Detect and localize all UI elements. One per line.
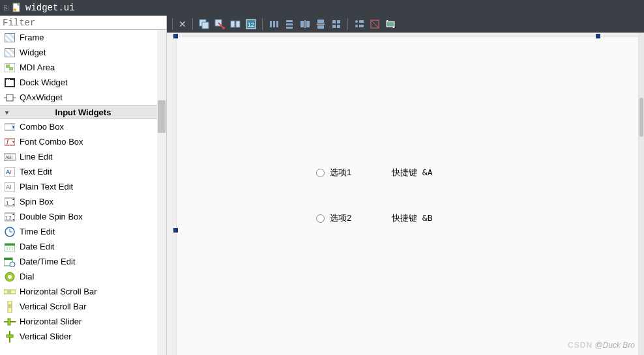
- edit-buddies-icon[interactable]: [228, 17, 242, 31]
- widget-list: Frame Widget MDI Area Dock Widget QAxWid…: [0, 30, 166, 355]
- widget-item-v-scrollbar[interactable]: Vertical Scroll Bar: [0, 299, 166, 314]
- h-slider-icon: [4, 317, 16, 327]
- edit-tab-order-icon[interactable]: 12: [244, 17, 258, 31]
- widget-item-line-edit[interactable]: ABILine Edit: [0, 149, 166, 164]
- radio-button-1[interactable]: 选项1: [316, 167, 351, 178]
- widget-item-date-time-edit[interactable]: Date/Time Edit: [0, 254, 166, 269]
- svg-rect-53: [236, 21, 240, 27]
- chevron-down-icon: ▾: [0, 109, 13, 116]
- layout-v-splitter-icon[interactable]: [314, 17, 328, 31]
- layout-form-icon[interactable]: [352, 17, 366, 31]
- date-edit-icon: [4, 242, 16, 252]
- v-slider-icon: [4, 332, 16, 342]
- widget-item-font-combo-box[interactable]: fFont Combo Box: [0, 134, 166, 149]
- widget-item-h-slider[interactable]: Horizontal Slider: [0, 314, 166, 329]
- filter-container: [0, 16, 166, 30]
- widget-item-plain-text-edit[interactable]: AIPlain Text Edit: [0, 179, 166, 194]
- widget-item-combo-box[interactable]: Combo Box: [0, 119, 166, 134]
- widget-item-frame[interactable]: Frame: [0, 30, 166, 45]
- svg-rect-4: [9, 67, 13, 70]
- widget-item-text-edit[interactable]: AIText Edit: [0, 164, 166, 179]
- widget-item-double-spin-box[interactable]: 1.2Double Spin Box: [0, 209, 166, 224]
- radio-label: 选项2: [330, 212, 351, 224]
- widget-item-h-scrollbar[interactable]: Horizontal Scroll Bar: [0, 284, 166, 299]
- svg-rect-65: [317, 20, 324, 23]
- svg-line-77: [371, 20, 379, 28]
- widget-item-widget[interactable]: Widget: [0, 45, 166, 60]
- canvas-scrollbar[interactable]: [639, 33, 644, 355]
- svg-rect-56: [270, 21, 272, 27]
- svg-rect-75: [359, 25, 364, 27]
- layout-h-splitter-icon[interactable]: [298, 17, 312, 31]
- widget-item-time-edit[interactable]: Time Edit: [0, 224, 166, 239]
- svg-point-1: [14, 8, 16, 11]
- widget-list-scrollbar[interactable]: [157, 30, 166, 355]
- widget-box-panel: Frame Widget MDI Area Dock Widget QAxWid…: [0, 16, 167, 355]
- watermark: CSDN @Duck Bro: [568, 341, 635, 350]
- widget-item-dock-widget[interactable]: Dock Widget: [0, 75, 166, 90]
- design-canvas[interactable]: [176, 36, 639, 355]
- svg-point-7: [7, 79, 8, 80]
- document-icon: [12, 3, 22, 13]
- selection-handle[interactable]: [173, 228, 178, 233]
- edit-widgets-icon[interactable]: [197, 17, 211, 31]
- separator: [192, 18, 193, 30]
- design-canvas-wrap: 选项1 快捷键 &A 选项2 快捷键 &B CSDN @Duck Bro: [167, 33, 644, 355]
- svg-point-39: [8, 275, 12, 279]
- pin-icon: ⎘: [4, 4, 8, 12]
- scrollbar-thumb[interactable]: [158, 100, 166, 133]
- widget-item-v-slider[interactable]: Vertical Slider: [0, 329, 166, 344]
- svg-rect-59: [286, 20, 293, 22]
- svg-text:AI: AI: [6, 184, 12, 190]
- layout-horizontal-icon[interactable]: [267, 17, 281, 31]
- svg-rect-62: [300, 21, 304, 27]
- adjust-size-icon[interactable]: [383, 17, 398, 31]
- widget-item-mdi-area[interactable]: MDI Area: [0, 60, 166, 75]
- svg-rect-60: [286, 23, 293, 25]
- edit-signals-icon[interactable]: [212, 17, 227, 31]
- layout-grid-icon[interactable]: [329, 17, 344, 31]
- widget-icon: [4, 48, 16, 58]
- svg-rect-66: [317, 25, 324, 29]
- label-shortcut-b[interactable]: 快捷键 &B: [392, 212, 432, 224]
- spin-box-icon: 1: [4, 197, 16, 207]
- double-spin-box-icon: 1.2: [4, 212, 16, 222]
- svg-text:ABI: ABI: [5, 155, 12, 160]
- v-scrollbar-icon: [4, 302, 16, 312]
- layout-vertical-icon[interactable]: [282, 17, 297, 31]
- svg-rect-9: [7, 94, 13, 101]
- svg-rect-41: [7, 290, 11, 294]
- svg-text:1: 1: [6, 200, 9, 206]
- svg-point-51: [222, 27, 225, 29]
- svg-point-8: [8, 79, 10, 80]
- svg-rect-58: [276, 21, 278, 27]
- widget-item-dial[interactable]: Dial: [0, 269, 166, 284]
- group-input-widgets[interactable]: ▾Input Widgets: [0, 105, 166, 119]
- selection-handle[interactable]: [596, 34, 600, 38]
- svg-text:1.2: 1.2: [5, 216, 12, 220]
- widget-item-spin-box[interactable]: 1Spin Box: [0, 194, 166, 209]
- svg-rect-68: [332, 20, 336, 23]
- radio-button-2[interactable]: 选项2: [316, 212, 351, 224]
- widget-item-qax-widget[interactable]: QAxWidget: [0, 90, 166, 105]
- toolbar: ✕ 12: [167, 16, 644, 33]
- widget-item-date-edit[interactable]: Date Edit: [0, 239, 166, 254]
- dock-widget-icon: [4, 78, 16, 88]
- close-icon[interactable]: ✕: [177, 19, 188, 29]
- date-time-edit-icon: [4, 257, 16, 267]
- svg-rect-61: [286, 27, 293, 29]
- scrollbar-thumb[interactable]: [639, 98, 643, 137]
- label-shortcut-a[interactable]: 快捷键 &A: [392, 167, 432, 178]
- break-layout-icon[interactable]: [368, 17, 382, 31]
- frame-icon: [4, 33, 16, 43]
- separator: [172, 18, 173, 30]
- filter-input[interactable]: [0, 16, 166, 29]
- svg-rect-47: [7, 335, 13, 337]
- line-edit-icon: ABI: [4, 152, 16, 162]
- selection-handle[interactable]: [173, 34, 178, 38]
- svg-rect-57: [273, 21, 275, 27]
- time-edit-icon: [4, 227, 16, 237]
- svg-rect-52: [231, 21, 235, 27]
- mdi-area-icon: [4, 63, 16, 73]
- dial-icon: [4, 272, 16, 282]
